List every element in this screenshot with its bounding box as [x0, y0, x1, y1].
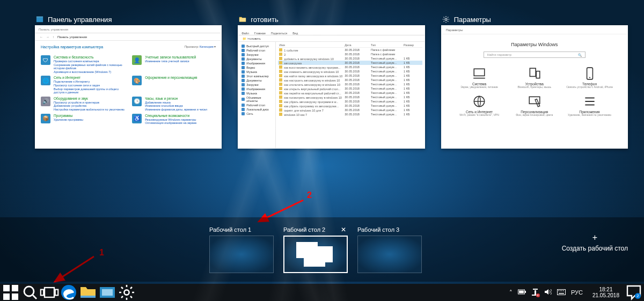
explorer-sidebar-item: Сеть — [239, 112, 274, 116]
svg-rect-31 — [519, 291, 524, 293]
file-row: как убрать программу из автозагрузки...3… — [278, 104, 422, 108]
cp-category: 🛡Система и безопасностьПроверка состояни… — [41, 55, 125, 74]
cp-category: 👤Учетные записи пользователейИзменение т… — [132, 55, 216, 74]
window-card-control-panel[interactable]: Панель управления Панель управления ←→↑П… — [35, 13, 222, 149]
file-row: как настроить автозагрузку в windows 103… — [278, 78, 422, 82]
explorer-sidebar-item: Рабочий стол — [239, 103, 274, 107]
cp-category: 🌐Сеть и ИнтернетПодключение к ИнтернетуП… — [41, 76, 125, 94]
svg-rect-36 — [559, 293, 564, 294]
battery-icon[interactable] — [518, 289, 526, 296]
svg-line-21 — [33, 295, 36, 299]
file-row: windows 10 как 730.05.2018Текстовый доку… — [278, 112, 422, 116]
explorer-tab: Главная — [254, 32, 266, 35]
desktop-thumbnail — [209, 236, 274, 273]
action-center-button[interactable]: 2 — [625, 284, 643, 301]
phone-icon — [583, 67, 597, 80]
explorer-sidebar-item: Музыка — [239, 70, 274, 74]
task-view-windows: Панель управления Панель управления ←→↑П… — [35, 13, 628, 149]
file-row: как убрать автозагрузку программ в w...3… — [278, 99, 422, 104]
desktop-thumbnail — [283, 236, 348, 273]
computer-icon — [472, 67, 486, 80]
notification-badge: 2 — [635, 293, 641, 299]
system-tray[interactable]: ˄ ✕ РУС — [505, 289, 587, 297]
folder-icon — [239, 16, 246, 23]
personalize-icon — [528, 94, 541, 108]
svg-rect-0 — [36, 18, 43, 23]
svg-point-28 — [124, 290, 129, 295]
edge-button[interactable] — [59, 284, 78, 301]
explorer-tab: Файл — [241, 32, 249, 35]
svg-point-8 — [589, 77, 590, 78]
clock-time: 18:21 — [592, 287, 619, 293]
virtual-desktop-item[interactable]: Рабочий стол 2✕ — [283, 226, 348, 273]
new-desktop-button[interactable]: + Создать рабочий стол — [562, 233, 628, 252]
explorer-sidebar-item: Документы — [239, 57, 274, 61]
settings-tile: Сеть и ИнтернетWi-Fi, режим "в самолете"… — [455, 94, 504, 117]
file-row: автозагрузка30.05.2018Текстовый докум...… — [278, 61, 422, 65]
file-row: скрипт для windows 10 для 730.05.2018Тек… — [278, 108, 422, 112]
settings-tile: ТелефонСвязать устройство с Android, iPh… — [565, 67, 614, 89]
settings-tile: ПриложенияУдаление, значения по умолчани… — [565, 94, 614, 117]
explorer-sidebar-item: Видео — [239, 65, 274, 70]
start-button[interactable] — [1, 284, 20, 301]
language-indicator[interactable]: РУС — [571, 289, 583, 296]
svg-point-2 — [445, 18, 447, 20]
globe-icon — [472, 94, 486, 108]
cp-category: 📦ПрограммыУдаление программы — [41, 114, 125, 125]
new-desktop-label: Создать рабочий стол — [562, 245, 628, 252]
search-button[interactable] — [20, 284, 40, 301]
cp-category: 🕒Часы, язык и регионДобавление языкаИзме… — [132, 97, 216, 112]
file-row: как посмотреть автозагрузку в windows 10… — [278, 95, 422, 99]
explorer-sidebar-item: Документы — [239, 78, 274, 83]
svg-rect-23 — [41, 290, 43, 296]
file-row: как изменить автозагрузку в windows 1030… — [278, 69, 422, 74]
settings-icon — [442, 16, 450, 23]
virtual-desktop-strip: Рабочий стол 1Рабочий стол 2✕Рабочий сто… — [0, 217, 644, 282]
explorer-sidebar-item: Изображения — [239, 87, 274, 91]
file-row: добавить в автозагрузку windows 1030.05.… — [278, 56, 422, 61]
file-row: 1 событие30.05.2018Папка с файлами — [278, 48, 422, 52]
window-card-explorer[interactable]: готовить ФайлГлавнаяПоделитьсяВид 📁 > го… — [238, 13, 425, 149]
explorer-sidebar-item: Быстрый доступ — [239, 44, 274, 48]
desktop-thumbnail — [357, 236, 422, 273]
window-card-settings[interactable]: Параметры Параметры Параметры Windows На… — [441, 13, 628, 149]
file-row: как найти папку автозагрузка в windows 1… — [278, 74, 422, 78]
desktop-label: Рабочий стол 2 — [283, 226, 325, 233]
plus-icon: + — [562, 233, 628, 243]
svg-rect-1 — [36, 17, 43, 18]
svg-rect-24 — [55, 290, 58, 296]
tray-chevron-up-icon[interactable]: ˄ — [509, 289, 513, 296]
explorer-tab: Вид — [292, 32, 298, 35]
svg-rect-38 — [560, 290, 561, 291]
svg-rect-18 — [3, 293, 10, 300]
window-title: Параметры — [454, 16, 491, 24]
file-row: 230.05.2018Папка с файлами — [278, 52, 422, 56]
window-thumbnail: ФайлГлавнаяПоделитьсяВид 📁 > готовить Бы… — [238, 25, 425, 149]
network-icon[interactable]: ✕ — [532, 289, 539, 297]
svg-rect-19 — [12, 293, 18, 300]
svg-rect-33 — [535, 290, 536, 295]
virtual-desktop-item[interactable]: Рабочий стол 3 — [357, 226, 422, 273]
explorer-sidebar-item: Объемные объекты — [239, 96, 274, 103]
file-row: как восстановить автозагрузку програм...… — [278, 65, 422, 69]
cp-category: ♿Специальные возможностиРекомендуемые Wi… — [132, 114, 216, 125]
window-thumbnail: Панель управления ←→↑Панель управления Н… — [35, 25, 222, 149]
clock[interactable]: 18:21 21.05.2018 — [588, 287, 624, 299]
svg-rect-34 — [533, 289, 538, 290]
explorer-sidebar-item: Загрузки — [239, 83, 274, 87]
file-row: как открыть виртуальный рабочий стол...3… — [278, 86, 422, 91]
settings-tile: СистемаЭкран, уведомления, питание — [455, 67, 504, 89]
window-title: Панель управления — [48, 16, 112, 24]
control-panel-taskbar-button[interactable] — [98, 284, 117, 301]
explorer-button[interactable] — [78, 284, 98, 301]
svg-rect-22 — [45, 288, 54, 297]
close-desktop-button[interactable]: ✕ — [339, 226, 348, 233]
svg-rect-6 — [536, 71, 540, 78]
task-view-button[interactable] — [40, 284, 59, 301]
volume-icon[interactable] — [544, 289, 552, 296]
devices-icon — [528, 67, 541, 80]
virtual-desktop-item[interactable]: Рабочий стол 1 — [209, 226, 274, 273]
settings-tile: ПерсонализацияФон, экран блокировки, цве… — [509, 94, 559, 117]
keyboard-icon[interactable] — [557, 289, 566, 296]
settings-taskbar-button[interactable] — [117, 284, 136, 301]
